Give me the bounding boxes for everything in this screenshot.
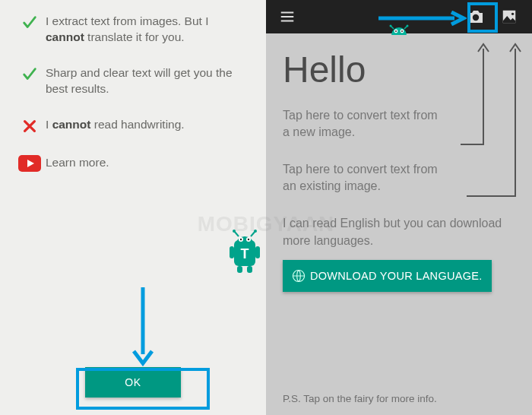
- button-bar: OK: [0, 350, 266, 415]
- svg-rect-24: [230, 246, 234, 258]
- svg-point-4: [511, 13, 514, 15]
- svg-point-8: [401, 30, 403, 32]
- intro-text: I cannot read handwriting.: [46, 117, 185, 133]
- main-panel: Hello Tap here to convert text from a ne…: [266, 0, 532, 415]
- download-language-button[interactable]: DOWNLOAD YOUR LANGUAGE.: [283, 260, 492, 292]
- svg-point-18: [240, 239, 242, 240]
- check-icon: [14, 14, 46, 31]
- intro-bullet: Learn more.: [14, 154, 248, 172]
- youtube-icon: [14, 154, 46, 172]
- gallery-tip: Tap here to convert text from an existin…: [283, 161, 450, 194]
- check-icon: [14, 65, 46, 83]
- download-language-label: DOWNLOAD YOUR LANGUAGE.: [310, 270, 483, 282]
- svg-rect-26: [237, 266, 242, 273]
- ok-button[interactable]: OK: [85, 367, 181, 398]
- ps-text: P.S. Tap on the fairy for more info.: [283, 393, 437, 404]
- main-body: Hello Tap here to convert text from a ne…: [266, 33, 532, 415]
- svg-text:T: T: [241, 246, 249, 261]
- svg-point-7: [395, 30, 397, 32]
- intro-text: Sharp and clear text will get you the be…: [46, 65, 248, 97]
- svg-point-2: [473, 14, 479, 21]
- globe-icon: [292, 269, 306, 283]
- svg-point-19: [248, 239, 249, 240]
- intro-text: Learn more.: [46, 155, 109, 171]
- intro-text: I extract text from images. But I cannot…: [46, 14, 248, 46]
- svg-rect-27: [247, 266, 252, 273]
- gallery-button[interactable]: [492, 8, 526, 25]
- intro-bullet: I extract text from images. But I cannot…: [14, 14, 248, 46]
- svg-point-11: [390, 25, 392, 27]
- cross-icon: [14, 117, 46, 135]
- menu-button[interactable]: [272, 8, 302, 25]
- svg-point-23: [254, 230, 257, 233]
- fairy-icon[interactable]: [388, 24, 410, 38]
- intro-bullet: Sharp and clear text will get you the be…: [14, 65, 248, 97]
- svg-point-12: [407, 25, 409, 27]
- camera-tip: Tap here to convert text from a new imag…: [283, 107, 442, 140]
- camera-button[interactable]: [459, 8, 492, 25]
- intro-bullet: I cannot read handwriting.: [14, 117, 248, 135]
- app-header: [266, 0, 532, 33]
- hello-heading: Hello: [283, 49, 515, 90]
- fairy-character: T: [223, 225, 266, 277]
- language-tip: I can read English but you can download …: [283, 215, 515, 249]
- svg-rect-25: [255, 246, 260, 258]
- intro-panel: I extract text from images. But I cannot…: [0, 0, 266, 415]
- svg-point-21: [233, 230, 236, 233]
